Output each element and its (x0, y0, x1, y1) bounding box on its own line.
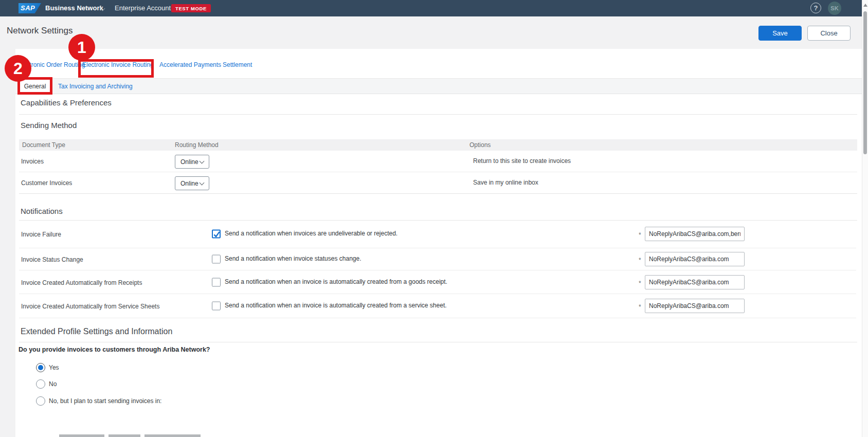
tab-settlement[interactable]: Settlement (223, 61, 252, 68)
notification-row-status-change: Invoice Status Change Send a notificatio… (19, 248, 856, 270)
annotation-step-1-badge: 1 (68, 34, 95, 61)
account-type-label: Enterprise Account (115, 0, 171, 16)
radio-option-no-but-plan: No, but I plan to start sending invoices… (36, 396, 161, 406)
tab-accelerated-payments[interactable]: Accelerated Payments (159, 61, 221, 68)
vertical-scrollbar[interactable] (862, 0, 868, 437)
notification-checkbox[interactable] (212, 278, 221, 286)
settings-panel: Electronic Order Routing Electronic Invo… (15, 49, 862, 437)
clipped-section-heading (59, 434, 201, 437)
radio-label: Yes (49, 364, 59, 371)
notification-email-input[interactable] (645, 275, 745, 289)
document-type-label: Customer Invoices (21, 179, 72, 187)
divider (19, 342, 857, 342)
radio-label: No (49, 380, 57, 388)
chevron-down-icon (200, 180, 205, 186)
options-text: Save in my online inbox (473, 179, 538, 186)
table-row-invoices: Invoices Online Return to this site to c… (19, 151, 857, 172)
notification-row-created-from-receipts: Invoice Created Automatically from Recei… (19, 270, 856, 294)
notifications-heading: Notifications (21, 207, 63, 215)
notification-label: Invoice Created Automatically from Servi… (21, 303, 159, 310)
notification-description: Send a notification when an invoice is a… (225, 278, 447, 285)
routing-method-select[interactable]: Online (175, 176, 209, 190)
checkmark-icon (213, 231, 221, 239)
notification-row-invoice-failure: Invoice Failure Send a notification when… (19, 220, 856, 248)
page-title: Network Settings (7, 26, 73, 36)
radio-button[interactable] (36, 396, 45, 406)
extended-profile-heading: Extended Profile Settings and Informatio… (21, 327, 172, 336)
notification-email-input[interactable] (645, 227, 745, 241)
help-icon[interactable]: ? (810, 3, 821, 13)
chevron-down-icon (200, 159, 205, 164)
notification-email-input[interactable] (645, 299, 745, 313)
capabilities-heading: Capabilities & Preferences (21, 98, 112, 107)
selected-value: Online (180, 180, 198, 187)
sap-logo: SAP (19, 3, 41, 13)
close-button[interactable]: Close (807, 26, 851, 41)
radio-option-no: No (36, 379, 57, 389)
invoices-question: Do you provide invoices to customers thr… (19, 346, 210, 353)
routing-method-select[interactable]: Online (175, 155, 209, 169)
notification-description: Send a notification when invoices are un… (225, 230, 397, 237)
options-text: Return to this site to create invoices (473, 157, 571, 165)
notification-description: Send a notification when invoice statuse… (225, 255, 361, 262)
sending-method-table-header: Document Type Routing Method Options (19, 139, 857, 151)
notification-checkbox[interactable] (212, 302, 221, 311)
test-mode-badge: TEST MODE (171, 4, 211, 12)
save-button[interactable]: Save (758, 26, 802, 41)
subtab-bar: General Tax Invoicing and Archiving (15, 78, 862, 94)
notification-label: Invoice Created Automatically from Recei… (21, 279, 142, 286)
required-marker: * (639, 257, 641, 264)
sending-method-heading: Sending Method (21, 121, 77, 130)
table-row-customer-invoices: Customer Invoices Online Save in my onli… (19, 172, 857, 194)
annotation-box-invoice-routing-tab (78, 59, 154, 78)
column-document-type: Document Type (22, 141, 65, 149)
radio-label: No, but I plan to start sending invoices… (49, 397, 161, 405)
notification-checkbox[interactable] (212, 255, 221, 264)
required-marker: * (639, 280, 641, 287)
divider (19, 114, 857, 115)
annotation-step-2-badge: 2 (5, 55, 31, 82)
notification-row-created-from-service-sheets: Invoice Created Automatically from Servi… (19, 294, 856, 318)
scroll-up-arrow-icon[interactable] (863, 4, 867, 7)
scrollbar-thumb[interactable] (863, 11, 867, 154)
notification-label: Invoice Status Change (21, 256, 83, 263)
required-marker: * (639, 231, 641, 239)
radio-button[interactable] (36, 379, 45, 389)
avatar[interactable]: SK (828, 2, 841, 15)
subtab-tax-invoicing[interactable]: Tax Invoicing and Archiving (58, 79, 133, 95)
column-options: Options (469, 141, 491, 149)
notification-label: Invoice Failure (21, 231, 61, 238)
notification-email-input[interactable] (645, 252, 745, 266)
product-name[interactable]: Business Network (45, 0, 103, 16)
selected-value: Online (180, 158, 198, 166)
notification-description: Send a notification when an invoice is a… (225, 302, 447, 309)
radio-option-yes: Yes (36, 362, 59, 373)
required-marker: * (639, 303, 641, 311)
radio-button[interactable] (36, 363, 45, 372)
document-type-label: Invoices (21, 158, 44, 165)
column-routing-method: Routing Method (175, 141, 219, 149)
notification-checkbox[interactable] (212, 230, 221, 239)
top-bar: SAP Business Network Enterprise Account … (0, 0, 868, 16)
